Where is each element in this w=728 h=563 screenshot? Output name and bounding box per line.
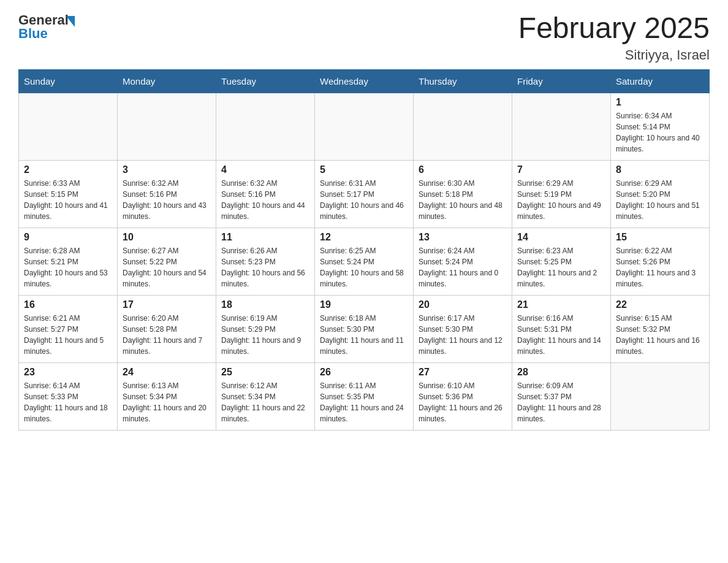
day-of-week-header: Wednesday <box>315 69 414 93</box>
calendar-day-cell: 27Sunrise: 6:10 AMSunset: 5:36 PMDayligh… <box>414 362 512 430</box>
day-info: Sunrise: 6:32 AMSunset: 5:16 PMDaylight:… <box>123 178 211 222</box>
day-number: 27 <box>419 367 507 378</box>
day-number: 15 <box>616 232 704 243</box>
day-info: Sunrise: 6:21 AMSunset: 5:27 PMDaylight:… <box>24 313 112 357</box>
day-number: 1 <box>616 97 704 108</box>
calendar-day-cell: 22Sunrise: 6:15 AMSunset: 5:32 PMDayligh… <box>611 295 710 362</box>
day-number: 7 <box>517 164 605 175</box>
calendar-day-cell: 7Sunrise: 6:29 AMSunset: 5:19 PMDaylight… <box>512 160 611 228</box>
day-number: 5 <box>320 164 408 175</box>
calendar-day-cell: 15Sunrise: 6:22 AMSunset: 5:26 PMDayligh… <box>611 228 710 295</box>
day-number: 25 <box>221 367 309 378</box>
day-of-week-header: Monday <box>118 69 216 93</box>
calendar-day-cell: 6Sunrise: 6:30 AMSunset: 5:18 PMDaylight… <box>414 160 512 228</box>
page-header: General Blue February 2025 Sitriyya, Isr… <box>18 12 710 63</box>
calendar-day-cell <box>611 362 710 430</box>
calendar-day-cell <box>216 93 315 160</box>
calendar-week-row: 2Sunrise: 6:33 AMSunset: 5:15 PMDaylight… <box>19 160 710 228</box>
day-number: 10 <box>123 232 211 243</box>
day-of-week-header: Friday <box>512 69 611 93</box>
calendar-day-cell: 14Sunrise: 6:23 AMSunset: 5:25 PMDayligh… <box>512 228 611 295</box>
title-block: February 2025 Sitriyya, Israel <box>518 12 710 63</box>
day-info: Sunrise: 6:23 AMSunset: 5:25 PMDaylight:… <box>517 245 605 289</box>
main-title: February 2025 <box>518 12 710 45</box>
calendar-day-cell: 13Sunrise: 6:24 AMSunset: 5:24 PMDayligh… <box>414 228 512 295</box>
day-of-week-header: Tuesday <box>216 69 315 93</box>
day-number: 20 <box>419 299 507 310</box>
day-info: Sunrise: 6:34 AMSunset: 5:14 PMDaylight:… <box>616 110 704 155</box>
day-number: 18 <box>221 299 309 310</box>
day-of-week-header: Sunday <box>19 69 118 93</box>
day-info: Sunrise: 6:29 AMSunset: 5:20 PMDaylight:… <box>616 178 704 222</box>
calendar-day-cell: 24Sunrise: 6:13 AMSunset: 5:34 PMDayligh… <box>118 362 216 430</box>
calendar-day-cell <box>512 93 611 160</box>
day-of-week-header: Saturday <box>611 69 710 93</box>
day-number: 23 <box>24 367 112 378</box>
calendar-day-cell: 23Sunrise: 6:14 AMSunset: 5:33 PMDayligh… <box>19 362 118 430</box>
day-info: Sunrise: 6:29 AMSunset: 5:19 PMDaylight:… <box>517 178 605 222</box>
day-info: Sunrise: 6:17 AMSunset: 5:30 PMDaylight:… <box>419 313 507 357</box>
day-info: Sunrise: 6:24 AMSunset: 5:24 PMDaylight:… <box>419 245 507 289</box>
calendar-day-cell: 28Sunrise: 6:09 AMSunset: 5:37 PMDayligh… <box>512 362 611 430</box>
calendar-day-cell: 18Sunrise: 6:19 AMSunset: 5:29 PMDayligh… <box>216 295 315 362</box>
day-info: Sunrise: 6:33 AMSunset: 5:15 PMDaylight:… <box>24 178 112 222</box>
calendar-day-cell: 4Sunrise: 6:32 AMSunset: 5:16 PMDaylight… <box>216 160 315 228</box>
day-number: 22 <box>616 299 704 310</box>
calendar-week-row: 23Sunrise: 6:14 AMSunset: 5:33 PMDayligh… <box>19 362 710 430</box>
day-number: 14 <box>517 232 605 243</box>
day-info: Sunrise: 6:11 AMSunset: 5:35 PMDaylight:… <box>320 380 408 424</box>
calendar-day-cell: 25Sunrise: 6:12 AMSunset: 5:34 PMDayligh… <box>216 362 315 430</box>
day-number: 28 <box>517 367 605 378</box>
day-number: 2 <box>24 164 112 175</box>
calendar-day-cell: 20Sunrise: 6:17 AMSunset: 5:30 PMDayligh… <box>414 295 512 362</box>
calendar-day-cell: 10Sunrise: 6:27 AMSunset: 5:22 PMDayligh… <box>118 228 216 295</box>
calendar-day-cell: 21Sunrise: 6:16 AMSunset: 5:31 PMDayligh… <box>512 295 611 362</box>
calendar-day-cell: 11Sunrise: 6:26 AMSunset: 5:23 PMDayligh… <box>216 228 315 295</box>
day-number: 9 <box>24 232 112 243</box>
calendar-day-cell: 12Sunrise: 6:25 AMSunset: 5:24 PMDayligh… <box>315 228 414 295</box>
day-number: 4 <box>221 164 309 175</box>
day-number: 19 <box>320 299 408 310</box>
day-number: 11 <box>221 232 309 243</box>
day-number: 3 <box>123 164 211 175</box>
logo-blue-text: Blue <box>18 26 48 42</box>
day-info: Sunrise: 6:20 AMSunset: 5:28 PMDaylight:… <box>123 313 211 357</box>
day-info: Sunrise: 6:32 AMSunset: 5:16 PMDaylight:… <box>221 178 309 222</box>
calendar-week-row: 9Sunrise: 6:28 AMSunset: 5:21 PMDaylight… <box>19 228 710 295</box>
calendar-day-cell: 19Sunrise: 6:18 AMSunset: 5:30 PMDayligh… <box>315 295 414 362</box>
day-number: 17 <box>123 299 211 310</box>
calendar-day-cell <box>414 93 512 160</box>
calendar-day-cell: 17Sunrise: 6:20 AMSunset: 5:28 PMDayligh… <box>118 295 216 362</box>
calendar-week-row: 16Sunrise: 6:21 AMSunset: 5:27 PMDayligh… <box>19 295 710 362</box>
calendar-day-cell: 16Sunrise: 6:21 AMSunset: 5:27 PMDayligh… <box>19 295 118 362</box>
day-info: Sunrise: 6:10 AMSunset: 5:36 PMDaylight:… <box>419 380 507 424</box>
day-number: 6 <box>419 164 507 175</box>
day-info: Sunrise: 6:09 AMSunset: 5:37 PMDaylight:… <box>517 380 605 424</box>
day-info: Sunrise: 6:12 AMSunset: 5:34 PMDaylight:… <box>221 380 309 424</box>
day-info: Sunrise: 6:31 AMSunset: 5:17 PMDaylight:… <box>320 178 408 222</box>
calendar-day-cell: 26Sunrise: 6:11 AMSunset: 5:35 PMDayligh… <box>315 362 414 430</box>
day-number: 13 <box>419 232 507 243</box>
day-info: Sunrise: 6:15 AMSunset: 5:32 PMDaylight:… <box>616 313 704 357</box>
day-number: 21 <box>517 299 605 310</box>
calendar-day-cell: 8Sunrise: 6:29 AMSunset: 5:20 PMDaylight… <box>611 160 710 228</box>
day-info: Sunrise: 6:25 AMSunset: 5:24 PMDaylight:… <box>320 245 408 289</box>
calendar-day-cell <box>315 93 414 160</box>
calendar-day-cell: 1Sunrise: 6:34 AMSunset: 5:14 PMDaylight… <box>611 93 710 160</box>
calendar-header-row: SundayMondayTuesdayWednesdayThursdayFrid… <box>19 69 710 93</box>
calendar-week-row: 1Sunrise: 6:34 AMSunset: 5:14 PMDaylight… <box>19 93 710 160</box>
day-info: Sunrise: 6:14 AMSunset: 5:33 PMDaylight:… <box>24 380 112 424</box>
day-info: Sunrise: 6:28 AMSunset: 5:21 PMDaylight:… <box>24 245 112 289</box>
day-number: 16 <box>24 299 112 310</box>
day-number: 26 <box>320 367 408 378</box>
day-info: Sunrise: 6:19 AMSunset: 5:29 PMDaylight:… <box>221 313 309 357</box>
location-subtitle: Sitriyya, Israel <box>518 47 710 63</box>
day-info: Sunrise: 6:13 AMSunset: 5:34 PMDaylight:… <box>123 380 211 424</box>
day-info: Sunrise: 6:22 AMSunset: 5:26 PMDaylight:… <box>616 245 704 289</box>
day-info: Sunrise: 6:27 AMSunset: 5:22 PMDaylight:… <box>123 245 211 289</box>
calendar-day-cell: 9Sunrise: 6:28 AMSunset: 5:21 PMDaylight… <box>19 228 118 295</box>
day-info: Sunrise: 6:18 AMSunset: 5:30 PMDaylight:… <box>320 313 408 357</box>
day-info: Sunrise: 6:16 AMSunset: 5:31 PMDaylight:… <box>517 313 605 357</box>
day-info: Sunrise: 6:26 AMSunset: 5:23 PMDaylight:… <box>221 245 309 289</box>
day-info: Sunrise: 6:30 AMSunset: 5:18 PMDaylight:… <box>419 178 507 222</box>
